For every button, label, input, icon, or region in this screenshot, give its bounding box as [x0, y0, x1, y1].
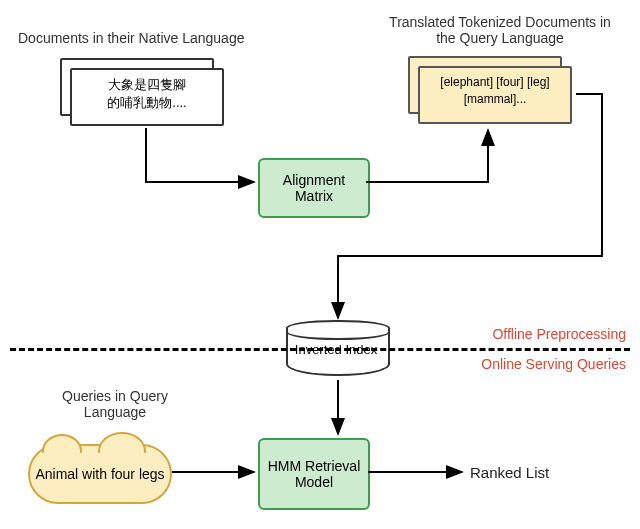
native-docs-caption: Documents in their Native Language: [18, 30, 268, 46]
hmm-retrieval-box: HMM Retrieval Model: [258, 438, 370, 510]
native-doc-line2: 的哺乳動物....: [107, 95, 186, 110]
queries-caption: Queries in Query Language: [40, 388, 190, 420]
native-doc-line1: 大象是四隻腳: [108, 77, 186, 92]
translated-doc-line2: [mammal]...: [464, 92, 527, 106]
native-docs-stack: 大象是四隻腳 的哺乳動物....: [60, 58, 220, 118]
query-cloud-text: Animal with four legs: [35, 466, 164, 482]
alignment-matrix-box: Alignment Matrix: [258, 158, 370, 218]
translated-docs-stack: [elephant] [four] [leg] [mammal]...: [408, 56, 568, 116]
offline-section-label: Offline Preprocessing: [492, 326, 626, 342]
query-cloud: Animal with four legs: [28, 444, 172, 504]
online-section-label: Online Serving Queries: [481, 356, 626, 372]
translated-docs-caption: Translated Tokenized Documents in the Qu…: [380, 14, 620, 46]
translated-doc-line1: [elephant] [four] [leg]: [440, 75, 549, 89]
ranked-list-output: Ranked List: [470, 464, 549, 481]
inverted-index-label: Inverted Index: [286, 342, 386, 357]
inverted-index-cylinder: Inverted Index: [286, 320, 386, 374]
